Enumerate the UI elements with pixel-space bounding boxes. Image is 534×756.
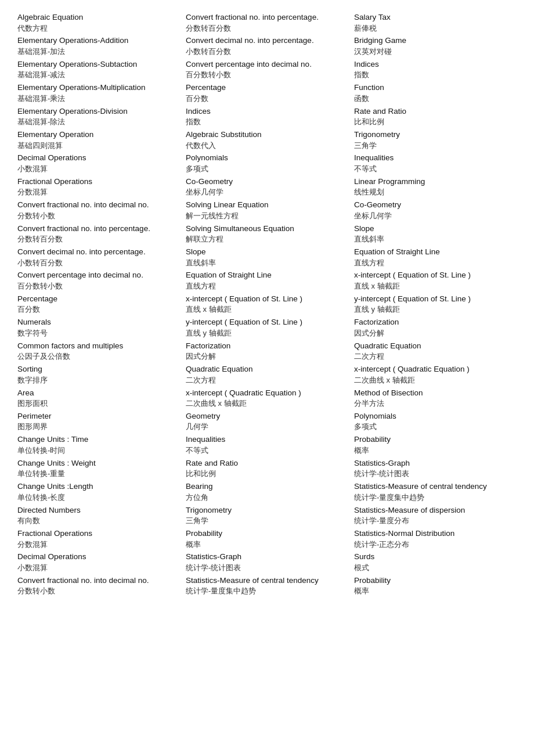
list-item: Probability概率 [186,528,348,550]
item-english: Convert fractional no. into decimal no. [17,575,180,586]
list-item: x-intercept ( Quadratic Equation )二次曲线 x… [354,363,517,386]
item-chinese: 因式分解 [186,351,348,362]
item-english: Perimeter [17,411,180,422]
item-english: Elementary Operations-Division [17,106,180,117]
item-chinese: 代数方程 [17,23,180,34]
item-chinese: 分数转百分数 [17,234,180,245]
item-chinese: 三角学 [354,141,517,152]
item-chinese: 直线 x 轴截距 [354,281,517,292]
item-chinese: 百分数转小数 [186,70,348,81]
item-chinese: 三角学 [186,516,348,527]
item-english: Factorization [186,340,348,352]
item-chinese: 百分数 [186,93,348,105]
item-english: Convert fractional no. into percentage. [186,12,348,23]
item-english: Probability [186,528,348,539]
item-chinese: 有向数 [17,516,180,527]
list-item: Decimal Operations小数混算 [17,152,180,174]
item-english: x-intercept ( Quadratic Equation ) [186,387,348,399]
item-english: y-intercept ( Equation of St. Line ) [186,316,348,328]
item-english: Statistics-Measure of central tendency [354,481,517,492]
list-item: Polynomials多项式 [354,411,517,433]
item-english: Numerals [17,316,180,328]
item-chinese: 汉英对对碰 [354,46,517,57]
item-chinese: 直线 x 轴截距 [186,304,348,315]
list-item: Common factors and multiples公因子及公倍数 [17,340,180,362]
item-chinese: 百分数 [17,304,180,315]
item-english: Sorting [17,363,180,375]
item-chinese: 多项式 [186,164,348,175]
column-3: Salary Tax薪俸税Bridging Game汉英对对碰Indices指数… [354,12,517,598]
item-chinese: 小数混算 [17,164,180,175]
item-english: Elementary Operations-Addition [17,35,180,46]
item-chinese: 因式分解 [354,328,517,339]
item-chinese: 小数转百分数 [186,46,348,57]
item-english: Polynomials [354,411,517,422]
list-item: Elementary Operations-Subtaction基础混算-减法 [17,59,180,81]
list-item: Directed Numbers有向数 [17,505,180,527]
item-english: Statistics-Graph [354,458,517,469]
item-english: Surds [354,551,517,563]
item-chinese: 小数转百分数 [17,258,180,269]
list-item: x-intercept ( Equation of St. Line )直线 x… [354,269,517,291]
item-chinese: 图形周界 [17,422,180,433]
list-item: Perimeter图形周界 [17,411,180,433]
item-english: Elementary Operation [17,129,180,141]
item-english: Co-Geometry [186,176,348,188]
item-english: Salary Tax [354,12,517,23]
item-english: Statistics-Measure of central tendency [186,575,348,586]
list-item: Geometry几何学 [186,411,348,433]
list-item: Percentage百分数 [17,293,180,315]
item-english: Convert decimal no. into percentage. [186,35,348,46]
item-english: x-intercept ( Equation of St. Line ) [186,293,348,305]
item-chinese: 直线 y 轴截距 [186,328,348,339]
list-item: Probability概率 [354,575,517,597]
item-chinese: 分数转百分数 [186,23,348,34]
item-english: Polynomials [186,152,348,164]
item-english: Trigonometry [186,505,348,516]
list-item: Statistics-Graph统计学-统计图表 [186,551,348,573]
item-english: Change Units :Length [17,481,180,492]
item-english: Indices [354,59,517,70]
item-chinese: 解联立方程 [186,234,348,245]
item-chinese: 概率 [354,445,517,456]
item-english: Quadratic Equation [186,363,348,375]
list-item: Equation of Straight Line直线方程 [354,246,517,268]
list-item: Indices指数 [186,106,348,128]
list-item: Sorting数字排序 [17,363,180,386]
item-chinese: 分半方法 [354,398,517,409]
list-item: Statistics-Measure of central tendency统计… [186,575,348,597]
list-item: Elementary Operations-Multiplication基础混算… [17,82,180,104]
item-english: Bearing [186,481,348,492]
list-item: Statistics-Measure of central tendency统计… [354,481,517,503]
list-item: Factorization因式分解 [186,340,348,362]
item-english: Function [354,82,517,93]
item-chinese: 小数混算 [17,563,180,574]
item-chinese: 基础混算-乘法 [17,93,180,105]
list-item: Elementary Operation基础四则混算 [17,129,180,151]
list-item: Polynomials多项式 [186,152,348,174]
item-english: Percentage [17,293,180,305]
column-2: Convert fractional no. into percentage.分… [186,12,348,598]
list-item: Change Units : Weight单位转换-重量 [17,458,180,480]
item-chinese: 直线斜率 [354,234,517,245]
item-english: Factorization [354,316,517,328]
list-item: Bridging Game汉英对对碰 [354,35,517,57]
item-chinese: 二次曲线 x 轴截距 [354,375,517,386]
list-item: Solving Linear Equation解一元线性方程 [186,199,348,221]
main-grid: Algebraic Equation代数方程Elementary Operati… [17,12,517,598]
item-chinese: 比和比例 [354,117,517,128]
item-chinese: 统计学-量度分布 [354,516,517,527]
item-chinese: 基础混算-减法 [17,70,180,81]
item-chinese: 不等式 [186,445,348,456]
list-item: Bearing方位角 [186,481,348,503]
item-english: Slope [186,246,348,258]
list-item: Trigonometry三角学 [186,505,348,527]
item-english: Convert fractional no. into percentage. [17,223,180,235]
item-chinese: 直线斜率 [186,258,348,269]
list-item: Solving Simultaneous Equation解联立方程 [186,223,348,245]
item-chinese: 统计学-量度集中趋势 [186,586,348,597]
item-chinese: 二次曲线 x 轴截距 [186,398,348,409]
item-english: Statistics-Graph [186,551,348,563]
item-english: Trigonometry [354,129,517,141]
item-chinese: 统计学-统计图表 [354,469,517,480]
